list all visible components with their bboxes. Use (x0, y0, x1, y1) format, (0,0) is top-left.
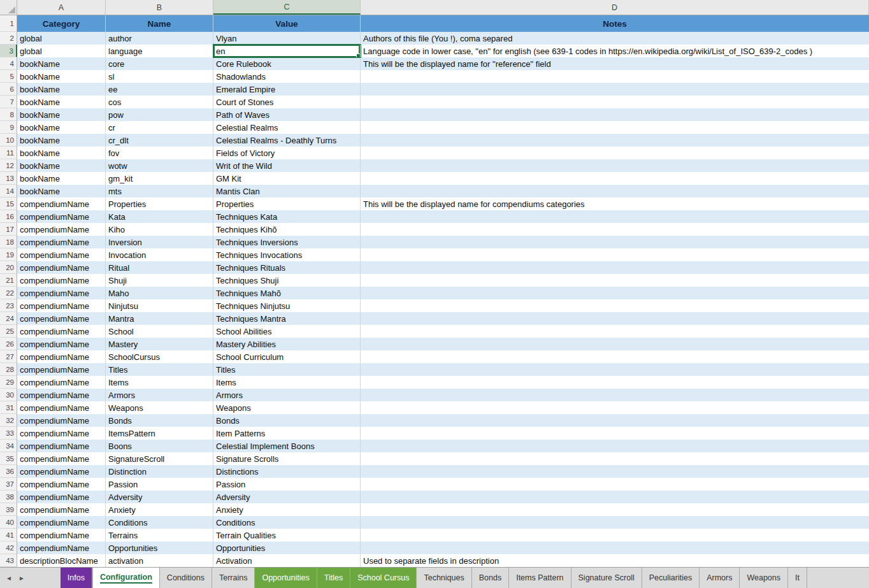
cell-A3[interactable]: global (17, 45, 106, 57)
cell-A26[interactable]: compendiumName (17, 338, 106, 350)
cell-D4[interactable]: This will be the displayed name for "ref… (361, 57, 869, 70)
row-header-11[interactable]: 11 (0, 147, 17, 159)
cell-D25[interactable] (361, 325, 869, 338)
cell-A16[interactable]: compendiumName (17, 210, 106, 223)
cell-A25[interactable]: compendiumName (17, 325, 106, 338)
cell-A36[interactable]: compendiumName (17, 465, 106, 478)
cell-B35[interactable]: SignatureScroll (106, 452, 213, 465)
row-header-15[interactable]: 15 (0, 197, 17, 210)
cell-A41[interactable]: compendiumName (17, 529, 106, 541)
sheet-tab-items-pattern[interactable]: Items Pattern (509, 568, 571, 588)
cell-D7[interactable] (361, 96, 869, 108)
cell-C32[interactable]: Bonds (213, 414, 361, 427)
cell-D26[interactable] (361, 338, 869, 350)
cell-C4[interactable]: Core Rulebook (213, 57, 361, 70)
cell-C35[interactable]: Signature Scrolls (213, 452, 361, 465)
cell-D23[interactable] (361, 299, 869, 312)
cell-B13[interactable]: gm_kit (106, 172, 213, 185)
cell-D30[interactable] (361, 389, 869, 401)
cell-A35[interactable]: compendiumName (17, 452, 106, 465)
cell-A8[interactable]: bookName (17, 108, 106, 121)
row-header-42[interactable]: 42 (0, 541, 17, 554)
row-header-16[interactable]: 16 (0, 210, 17, 223)
cell-C21[interactable]: Techniques Shuji (213, 274, 361, 287)
cell-B43[interactable]: activation (106, 554, 213, 567)
cell-B31[interactable]: Weapons (106, 401, 213, 414)
cell-B5[interactable]: sl (106, 70, 213, 83)
row-header-8[interactable]: 8 (0, 108, 17, 121)
cell-B16[interactable]: Kata (106, 210, 213, 223)
cell-D22[interactable] (361, 287, 869, 299)
column-header-D[interactable]: D (361, 0, 869, 15)
cell-D36[interactable] (361, 465, 869, 478)
cell-A15[interactable]: compendiumName (17, 197, 106, 210)
cell-A39[interactable]: compendiumName (17, 503, 106, 516)
cell-B22[interactable]: Maho (106, 287, 213, 299)
sheet-tab-it[interactable]: It (788, 568, 807, 588)
row-header-27[interactable]: 27 (0, 350, 17, 363)
cell-D12[interactable] (361, 159, 869, 172)
cell-D31[interactable] (361, 401, 869, 414)
tab-scroll-left-icon[interactable]: ◄ (6, 575, 12, 582)
row-header-14[interactable]: 14 (0, 185, 17, 197)
cell-A17[interactable]: compendiumName (17, 223, 106, 236)
cell-B32[interactable]: Bonds (106, 414, 213, 427)
cell-A29[interactable]: compendiumName (17, 376, 106, 389)
cell-D5[interactable] (361, 70, 869, 83)
cell-C38[interactable]: Adversity (213, 491, 361, 503)
row-header-33[interactable]: 33 (0, 427, 17, 440)
cell-D28[interactable] (361, 363, 869, 376)
cell-C43[interactable]: Activation (213, 554, 361, 567)
cell-C18[interactable]: Techniques Inversions (213, 236, 361, 248)
cell-D27[interactable] (361, 350, 869, 363)
sheet-tab-school-cursus[interactable]: School Cursus (350, 568, 417, 588)
cell-A23[interactable]: compendiumName (17, 299, 106, 312)
cell-C5[interactable]: Shadowlands (213, 70, 361, 83)
cell-C34[interactable]: Celestial Implement Boons (213, 440, 361, 452)
row-header-7[interactable]: 7 (0, 96, 17, 108)
row-header-10[interactable]: 10 (0, 134, 17, 147)
row-header-25[interactable]: 25 (0, 325, 17, 338)
tab-scroll-right-icon[interactable]: ► (18, 575, 25, 582)
row-header-5[interactable]: 5 (0, 70, 17, 83)
cell-D10[interactable] (361, 134, 869, 147)
cell-D18[interactable] (361, 236, 869, 248)
cell-B40[interactable]: Conditions (106, 516, 213, 529)
cell-C37[interactable]: Passion (213, 478, 361, 491)
cell-C14[interactable]: Mantis Clan (213, 185, 361, 197)
cell-C16[interactable]: Techniques Kata (213, 210, 361, 223)
cell-C7[interactable]: Court of Stones (213, 96, 361, 108)
row-header-12[interactable]: 12 (0, 159, 17, 172)
cell-B42[interactable]: Opportunities (106, 541, 213, 554)
cell-B34[interactable]: Boons (106, 440, 213, 452)
cell-C12[interactable]: Writ of the Wild (213, 159, 361, 172)
row-header-34[interactable]: 34 (0, 440, 17, 452)
row-header-28[interactable]: 28 (0, 363, 17, 376)
cell-C25[interactable]: School Abilities (213, 325, 361, 338)
cell-D32[interactable] (361, 414, 869, 427)
sheet-tab-terrains[interactable]: Terrains (212, 568, 255, 588)
cell-D37[interactable] (361, 478, 869, 491)
cell-C42[interactable]: Opportunities (213, 541, 361, 554)
sheet-tab-configuration[interactable]: Configuration (92, 568, 160, 588)
row-header-23[interactable]: 23 (0, 299, 17, 312)
cell-A5[interactable]: bookName (17, 70, 106, 83)
cell-D40[interactable] (361, 516, 869, 529)
cell-A31[interactable]: compendiumName (17, 401, 106, 414)
sheet-tab-armors[interactable]: Armors (700, 568, 740, 588)
cell-A42[interactable]: compendiumName (17, 541, 106, 554)
cell-D16[interactable] (361, 210, 869, 223)
row-header-32[interactable]: 32 (0, 414, 17, 427)
cell-C27[interactable]: School Curriculum (213, 350, 361, 363)
row-header-4[interactable]: 4 (0, 57, 17, 70)
cell-A10[interactable]: bookName (17, 134, 106, 147)
row-header-26[interactable]: 26 (0, 338, 17, 350)
row-header-41[interactable]: 41 (0, 529, 17, 541)
cell-B39[interactable]: Anxiety (106, 503, 213, 516)
cell-A12[interactable]: bookName (17, 159, 106, 172)
cell-A34[interactable]: compendiumName (17, 440, 106, 452)
cell-B9[interactable]: cr (106, 121, 213, 134)
row-header-43[interactable]: 43 (0, 554, 17, 567)
row-header-1[interactable]: 1 (0, 15, 17, 32)
cell-A33[interactable]: compendiumName (17, 427, 106, 440)
